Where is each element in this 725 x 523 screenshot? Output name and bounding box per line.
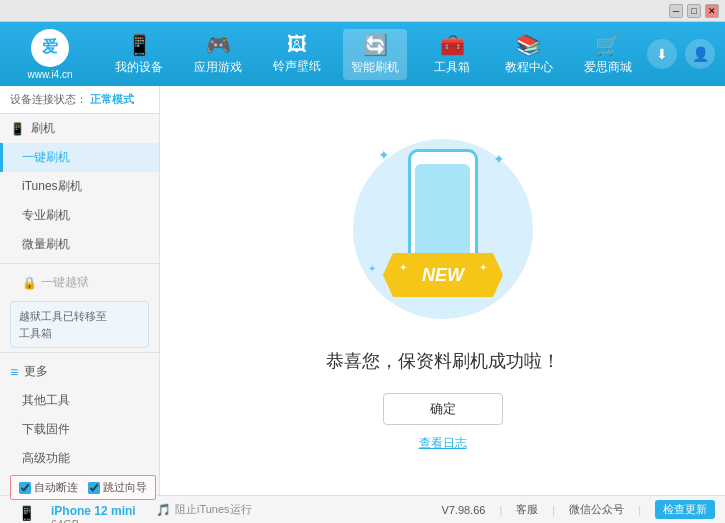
bottom-right-section: V7.98.66 | 客服 | 微信公众号 | 检查更新 xyxy=(441,500,715,519)
new-banner: NEW ✦ ✦ xyxy=(383,253,503,297)
auto-close-checkbox[interactable]: 自动断连 xyxy=(19,480,78,495)
secondary-link[interactable]: 查看日志 xyxy=(419,435,467,452)
sidebar-divider-2 xyxy=(0,352,159,353)
device-storage: 64GB xyxy=(51,518,140,523)
lock-icon: 🔒 xyxy=(22,276,37,290)
nav-item-my-device[interactable]: 📱 我的设备 xyxy=(107,29,171,80)
logo[interactable]: 爱 www.i4.cn xyxy=(10,29,90,80)
nav-label-apps-games: 应用游戏 xyxy=(194,59,242,76)
check-update-button[interactable]: 检查更新 xyxy=(655,500,715,519)
svg-text:✦: ✦ xyxy=(479,262,487,273)
bottom-left-section: 自动断连 跳过向导 📱 iPhone 12 mini 64GB Down-12m… xyxy=(10,475,156,523)
sidebar: 设备连接状态： 正常模式 📱 刷机 一键刷机 iTunes刷机 专业刷机 微量刷… xyxy=(0,86,160,495)
nav-icon-smart-flash: 🔄 xyxy=(363,33,388,57)
flash-group-icon: 📱 xyxy=(10,122,25,136)
success-illustration: ✦ ✦ ✦ NEW ✦ ✦ xyxy=(343,129,543,329)
sidebar-jailbreak-group: 🔒 一键越狱 xyxy=(0,268,159,297)
via-wizard-label: 跳过向导 xyxy=(103,480,147,495)
itunes-flash-label: iTunes刷机 xyxy=(22,179,82,193)
sidebar-item-one-key-flash[interactable]: 一键刷机 xyxy=(0,143,159,172)
wechat-link[interactable]: 微信公众号 xyxy=(569,502,624,517)
sparkle-icon-1: ✦ xyxy=(378,147,390,163)
more-group-icon: ≡ xyxy=(10,364,18,380)
flash-group-label: 刷机 xyxy=(31,120,55,137)
device-phone-icon: 📱 xyxy=(18,505,35,521)
save-flash-label: 微量刷机 xyxy=(22,237,70,251)
nav-label-wallpaper: 铃声壁纸 xyxy=(273,58,321,75)
window-controls: ─ □ ✕ xyxy=(669,4,719,18)
main-layout: 设备连接状态： 正常模式 📱 刷机 一键刷机 iTunes刷机 专业刷机 微量刷… xyxy=(0,86,725,495)
device-name: iPhone 12 mini xyxy=(51,504,140,518)
device-info: iPhone 12 mini 64GB Down-12mini-13,1 xyxy=(51,504,140,523)
svg-text:NEW: NEW xyxy=(422,265,466,285)
nav-icon-wallpaper: 🖼 xyxy=(287,33,307,56)
sidebar-group-more[interactable]: ≡ 更多 xyxy=(0,357,159,386)
more-group-label: 更多 xyxy=(24,363,48,380)
nav-icon-my-device: 📱 xyxy=(127,33,152,57)
title-bar: ─ □ ✕ xyxy=(0,0,725,22)
itunes-status: 🎵 阻止iTunes运行 xyxy=(156,502,252,517)
logo-icon: 爱 xyxy=(31,29,69,67)
nav-item-tutorial[interactable]: 📚 教程中心 xyxy=(497,29,561,80)
svg-text:✦: ✦ xyxy=(399,262,407,273)
user-button[interactable]: 👤 xyxy=(685,39,715,69)
nav-label-toolbox: 工具箱 xyxy=(434,59,470,76)
pro-flash-label: 专业刷机 xyxy=(22,208,70,222)
sep-1: | xyxy=(499,504,502,516)
sidebar-item-pro-flash[interactable]: 专业刷机 xyxy=(0,201,159,230)
sparkle-icon-3: ✦ xyxy=(368,263,376,274)
sidebar-item-download-firmware[interactable]: 下载固件 xyxy=(0,415,159,444)
auto-close-input[interactable] xyxy=(19,482,31,494)
device-info-row: 📱 iPhone 12 mini 64GB Down-12mini-13,1 xyxy=(10,502,156,523)
nav-label-mall: 爱思商城 xyxy=(584,59,632,76)
nav-item-wallpaper[interactable]: 🖼 铃声壁纸 xyxy=(265,29,329,79)
via-wizard-input[interactable] xyxy=(88,482,100,494)
close-button[interactable]: ✕ xyxy=(705,4,719,18)
nav-label-tutorial: 教程中心 xyxy=(505,59,553,76)
nav-item-toolbox[interactable]: 🧰 工具箱 xyxy=(422,29,482,80)
content-area: ✦ ✦ ✦ NEW ✦ ✦ 恭喜您，保资料刷机成功啦！ 确定 查看日志 xyxy=(160,86,725,495)
one-key-flash-label: 一键刷机 xyxy=(22,150,70,164)
phone-screen xyxy=(415,164,470,264)
nav-item-mall[interactable]: 🛒 爱思商城 xyxy=(576,29,640,80)
advanced-label: 高级功能 xyxy=(22,451,70,465)
sidebar-item-advanced[interactable]: 高级功能 xyxy=(0,444,159,473)
logo-text: www.i4.cn xyxy=(27,69,72,80)
minimize-button[interactable]: ─ xyxy=(669,4,683,18)
download-button[interactable]: ⬇ xyxy=(647,39,677,69)
sidebar-item-itunes-flash[interactable]: iTunes刷机 xyxy=(0,172,159,201)
itunes-icon: 🎵 xyxy=(156,503,171,517)
jailbreak-note: 越狱工具已转移至工具箱 xyxy=(10,301,149,348)
sidebar-divider-1 xyxy=(0,263,159,264)
sidebar-item-other-tools[interactable]: 其他工具 xyxy=(0,386,159,415)
sparkle-icon-2: ✦ xyxy=(493,151,505,167)
nav-item-smart-flash[interactable]: 🔄 智能刷机 xyxy=(343,29,407,80)
nav-item-apps-games[interactable]: 🎮 应用游戏 xyxy=(186,29,250,80)
other-tools-label: 其他工具 xyxy=(22,393,70,407)
status-label: 设备连接状态： xyxy=(10,93,87,105)
nav-icon-apps-games: 🎮 xyxy=(206,33,231,57)
nav-icon-tutorial: 📚 xyxy=(516,33,541,57)
download-firmware-label: 下载固件 xyxy=(22,422,70,436)
nav-icon-mall: 🛒 xyxy=(595,33,620,57)
via-wizard-checkbox[interactable]: 跳过向导 xyxy=(88,480,147,495)
auto-close-label: 自动断连 xyxy=(34,480,78,495)
bottom-bar: 自动断连 跳过向导 📱 iPhone 12 mini 64GB Down-12m… xyxy=(0,495,725,523)
confirm-button[interactable]: 确定 xyxy=(383,393,503,425)
maximize-button[interactable]: □ xyxy=(687,4,701,18)
status-value: 正常模式 xyxy=(90,93,134,105)
customer-service-link[interactable]: 客服 xyxy=(516,502,538,517)
nav-label-smart-flash: 智能刷机 xyxy=(351,59,399,76)
version-text: V7.98.66 xyxy=(441,504,485,516)
sidebar-item-save-flash[interactable]: 微量刷机 xyxy=(0,230,159,259)
nav-bar: 📱 我的设备 🎮 应用游戏 🖼 铃声壁纸 🔄 智能刷机 🧰 工具箱 📚 教程中心… xyxy=(100,29,647,80)
sep-3: | xyxy=(638,504,641,516)
itunes-status-text: 阻止iTunes运行 xyxy=(175,502,252,517)
device-status-bar: 设备连接状态： 正常模式 xyxy=(0,86,159,114)
header-right: ⬇ 👤 xyxy=(647,39,715,69)
checkbox-row: 自动断连 跳过向导 xyxy=(10,475,156,500)
nav-label-my-device: 我的设备 xyxy=(115,59,163,76)
success-title: 恭喜您，保资料刷机成功啦！ xyxy=(326,349,560,373)
jailbreak-note-text: 越狱工具已转移至工具箱 xyxy=(19,310,107,339)
sidebar-group-flash[interactable]: 📱 刷机 xyxy=(0,114,159,143)
